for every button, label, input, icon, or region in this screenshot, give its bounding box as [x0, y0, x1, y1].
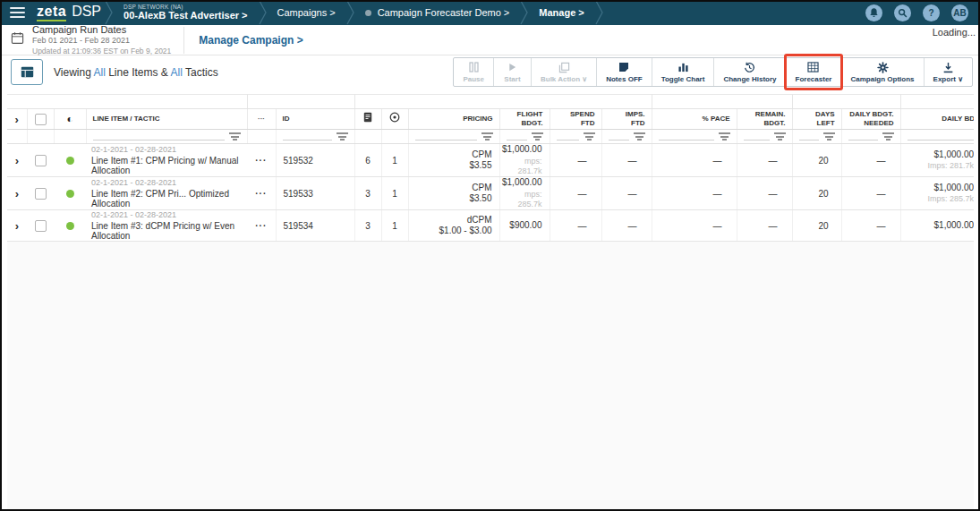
flight-budget-filter[interactable]: [499, 130, 550, 144]
expand-row-chevron[interactable]: ›: [7, 220, 27, 232]
daily-budget-filter[interactable]: [900, 130, 974, 144]
flight-budget-cell: $900.00: [499, 210, 550, 242]
filter-funnel-icon[interactable]: [823, 132, 835, 141]
creatives-column-header[interactable]: [354, 109, 381, 130]
line-item-cell[interactable]: 02-1-2021 - 02-28-2021 Line Item #1: CPM…: [86, 144, 247, 177]
pause-icon: [469, 62, 479, 73]
toggle-line-item-panel-button[interactable]: [11, 59, 43, 85]
days-left-cell: 20: [792, 177, 841, 210]
expand-row-chevron[interactable]: ›: [7, 188, 27, 200]
line-item-name: Line Item #1: CPM Pricing w/ Manual Allo…: [91, 156, 247, 175]
line-items-table: › ◐ LINE ITEM / TACTIC ··· ID PRICING FL…: [7, 94, 974, 509]
pricing-column-header[interactable]: PRICING: [408, 109, 499, 130]
expand-row-chevron[interactable]: ›: [7, 155, 27, 166]
id-column-header[interactable]: ID: [276, 109, 354, 130]
imps-ftd-cell: —: [601, 177, 652, 210]
select-all-checkbox[interactable]: [35, 114, 47, 125]
line-item-name: Line Item #3: dCPM Pricing w/ Even Alloc…: [91, 221, 247, 241]
loading-status: Loading...: [933, 27, 976, 38]
row-actions-menu[interactable]: ···: [247, 210, 276, 242]
line-item-dates: 02-1-2021 - 02-28-2021: [91, 210, 247, 219]
help-icon[interactable]: ?: [923, 4, 940, 21]
line-item-cell[interactable]: 02-1-2021 - 02-28-2021 Line Item #2: CPM…: [86, 177, 247, 210]
document-icon: [363, 112, 372, 123]
toggle-chart-button[interactable]: Toggle Chart: [652, 58, 714, 86]
filter-funnel-icon[interactable]: [882, 132, 894, 141]
filter-funnel-icon[interactable]: [719, 132, 730, 141]
imps-ftd-column-header[interactable]: IMPS.FTD: [601, 109, 652, 130]
pace-filter[interactable]: [652, 130, 737, 144]
start-button[interactable]: Start: [493, 58, 531, 86]
line-item-filter[interactable]: [86, 130, 247, 144]
breadcrumb-separator-icon: [595, 0, 603, 25]
bulk-action-button[interactable]: Bulk Action ∨: [531, 58, 596, 86]
filter-funnel-icon[interactable]: [634, 132, 645, 141]
days-left-column-header[interactable]: DAYSLEFT: [792, 109, 841, 130]
pause-button[interactable]: Pause: [454, 58, 493, 86]
row-id: 519533: [276, 177, 354, 210]
spend-ftd-column-header[interactable]: SPENDFTD: [550, 109, 601, 130]
days-left-filter[interactable]: [792, 130, 841, 144]
forecaster-button[interactable]: Forecaster: [786, 58, 841, 86]
daily-budget-needed-column-header[interactable]: DAILY BDGT.NEEDED: [841, 109, 900, 130]
hamburger-menu-icon[interactable]: [10, 7, 25, 18]
all-tactics-link[interactable]: All: [171, 66, 183, 79]
remaining-budget-cell: —: [737, 144, 792, 177]
line-item-column-header[interactable]: LINE ITEM / TACTIC: [86, 109, 247, 130]
filter-funnel-icon[interactable]: [532, 132, 543, 141]
pace-cell: —: [652, 144, 737, 177]
pace-column-header[interactable]: % PACE: [652, 109, 737, 130]
remaining-budget-filter[interactable]: [737, 130, 792, 144]
filter-funnel-icon[interactable]: [229, 132, 241, 141]
line-item-cell[interactable]: 02-1-2021 - 02-28-2021 Line Item #3: dCP…: [86, 210, 247, 242]
imps-ftd-filter[interactable]: [601, 130, 652, 144]
target-icon: [389, 112, 400, 123]
flight-budget-column-header[interactable]: FLIGHTBDGT.: [499, 109, 550, 130]
breadcrumb-manage[interactable]: Manage >: [528, 7, 594, 18]
daily-budget-needed-filter[interactable]: [841, 130, 900, 144]
daily-budget-column-header[interactable]: DAILY BD: [900, 109, 974, 130]
row-checkbox[interactable]: [35, 220, 47, 232]
remaining-budget-column-header[interactable]: REMAIN.BDGT.: [737, 109, 792, 130]
search-icon[interactable]: [894, 4, 911, 21]
pricing-filter[interactable]: [408, 130, 499, 144]
breadcrumb-advertiser[interactable]: DSP NETWORK (NA) 00-AlexB Test Advertise…: [113, 4, 258, 22]
logo-zeta-text: zeta: [37, 4, 66, 21]
campaign-options-button[interactable]: Campaign Options: [840, 58, 923, 86]
days-left-cell: 20: [792, 144, 841, 177]
breadcrumb-campaign[interactable]: Campaign Forecaster Demo >: [354, 7, 521, 18]
row-actions-menu[interactable]: ···: [247, 144, 276, 177]
filter-funnel-icon[interactable]: [774, 132, 786, 141]
status-column-header[interactable]: ◐: [54, 109, 86, 130]
imps-ftd-cell: —: [601, 210, 652, 242]
spend-ftd-filter[interactable]: [550, 130, 601, 144]
expand-all-header[interactable]: ›: [7, 109, 27, 130]
nav-icon-group: ? AB: [865, 4, 968, 21]
breadcrumb-campaigns[interactable]: Campaigns >: [267, 7, 346, 18]
campaign-status-dot: [365, 10, 371, 16]
days-left-cell: 20: [792, 210, 841, 242]
breadcrumb-separator-icon: [520, 0, 528, 25]
zeta-dsp-logo[interactable]: zeta DSP: [37, 4, 101, 21]
bulk-action-icon: [558, 62, 570, 73]
avatar[interactable]: AB: [951, 4, 968, 21]
export-button[interactable]: Export ∨: [924, 58, 972, 86]
manage-campaign-link[interactable]: Manage Campaign >: [199, 34, 303, 47]
calendar-icon: [11, 31, 24, 48]
all-line-items-link[interactable]: All: [93, 66, 105, 79]
notifications-bell-icon[interactable]: [865, 4, 882, 21]
notes-off-button[interactable]: Notes OFF: [596, 58, 651, 86]
filter-funnel-icon[interactable]: [481, 132, 493, 141]
change-history-button[interactable]: Change History: [713, 58, 785, 86]
row-checkbox[interactable]: [35, 188, 47, 200]
row-checkbox[interactable]: [35, 155, 47, 166]
filter-funnel-icon[interactable]: [337, 132, 348, 141]
targets-column-header[interactable]: [381, 109, 408, 130]
select-all-header[interactable]: [27, 109, 54, 130]
creatives-count: 6: [354, 144, 381, 177]
status-dot: [66, 157, 74, 165]
id-filter[interactable]: [276, 130, 354, 144]
pace-cell: —: [652, 177, 737, 210]
filter-funnel-icon[interactable]: [584, 132, 595, 141]
row-actions-menu[interactable]: ···: [247, 177, 276, 210]
